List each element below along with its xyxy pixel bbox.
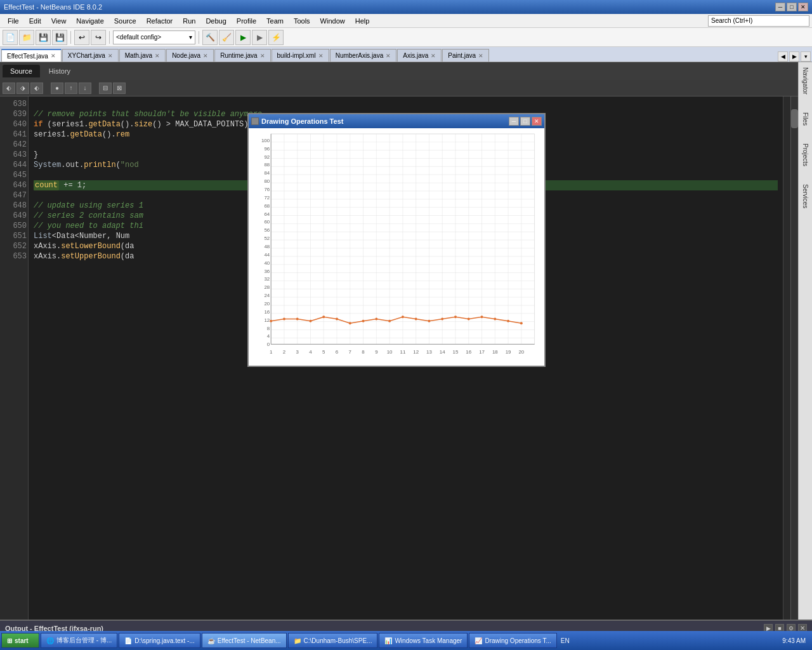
- new-project-button[interactable]: 📄: [3, 30, 18, 45]
- svg-text:16: 16: [264, 309, 270, 315]
- drawing-window-controls: ─ □ ✕: [509, 117, 542, 126]
- tab-close-icon[interactable]: ✕: [386, 53, 391, 59]
- sidebar-services[interactable]: Services: [801, 182, 810, 211]
- svg-text:17: 17: [479, 349, 485, 355]
- tab-buildimpl[interactable]: build-impl.xml ✕: [272, 49, 329, 62]
- sidebar-files[interactable]: Files: [801, 110, 810, 128]
- open-project-button[interactable]: 📁: [19, 30, 34, 45]
- sidebar-navigator[interactable]: Navigator: [801, 65, 810, 97]
- menu-navigate[interactable]: Navigate: [71, 16, 108, 26]
- tab-effecttest[interactable]: EffectTest.java ✕: [1, 49, 62, 62]
- taskbar-item-icon: 📄: [124, 637, 132, 644]
- tab-runtime[interactable]: Runtime.java ✕: [214, 49, 270, 62]
- taskbar-item-blog[interactable]: 🌐 博客后台管理 - 博...: [41, 633, 117, 648]
- taskbar-item-dunham[interactable]: 📁 C:\Dunham-Bush\SPE...: [288, 633, 378, 648]
- undo-button[interactable]: ↩: [74, 30, 89, 45]
- svg-text:8: 8: [362, 349, 365, 355]
- menu-edit[interactable]: Edit: [24, 16, 46, 26]
- tab-axis[interactable]: Axis.java ✕: [397, 49, 442, 62]
- menu-run[interactable]: Run: [178, 16, 200, 26]
- history-tab[interactable]: History: [41, 65, 78, 77]
- redo-button[interactable]: ↪: [91, 30, 106, 45]
- config-value: <default config>: [116, 34, 161, 41]
- taskbar-item-icon: 📊: [384, 637, 392, 644]
- menu-profile[interactable]: Profile: [232, 16, 261, 26]
- editor-scrollbar[interactable]: [790, 96, 798, 620]
- tab-close-icon[interactable]: ✕: [260, 53, 265, 59]
- editor-panel: Source History ⬖ ⬗ ⬖ ● ↑ ↓ ⊟ ⊠ 638 639 6…: [0, 62, 798, 620]
- close-button[interactable]: ✕: [798, 3, 808, 11]
- toggle-breakpoint[interactable]: ●: [51, 83, 63, 94]
- source-tab[interactable]: Source: [3, 65, 40, 77]
- menu-debug[interactable]: Debug: [200, 16, 231, 26]
- next-bookmark[interactable]: ⬖: [30, 83, 43, 94]
- profile-button[interactable]: ⚡: [268, 30, 284, 45]
- tab-close-icon[interactable]: ✕: [51, 53, 56, 59]
- menu-team[interactable]: Team: [261, 16, 289, 26]
- tab-label: Node.java: [172, 52, 200, 59]
- menu-view[interactable]: View: [46, 16, 72, 26]
- menu-tools[interactable]: Tools: [289, 16, 315, 26]
- tab-numberaxis[interactable]: NumberAxis.java ✕: [330, 49, 397, 62]
- svg-point-112: [468, 318, 470, 321]
- tab-close-icon[interactable]: ✕: [318, 53, 324, 59]
- config-dropdown[interactable]: <default config> ▾: [113, 30, 195, 44]
- tab-scroll-left[interactable]: ◀: [778, 51, 788, 62]
- debug-button[interactable]: ▶: [252, 30, 267, 45]
- svg-text:56: 56: [264, 227, 270, 233]
- taskbar-item-drawing[interactable]: 📈 Drawing Operations T...: [469, 633, 556, 648]
- drawing-restore-button[interactable]: □: [520, 117, 530, 126]
- fold-all[interactable]: ⊠: [113, 83, 126, 94]
- tab-close-icon[interactable]: ✕: [155, 53, 160, 59]
- menu-source[interactable]: Source: [109, 16, 141, 26]
- line-numbers: 638 639 640 641 642 643 644 645 646 647 …: [0, 96, 29, 620]
- tab-scroll-right[interactable]: ▶: [789, 51, 799, 62]
- run-button[interactable]: ▶: [235, 30, 251, 45]
- search-input[interactable]: [708, 15, 809, 27]
- prev-breakpoint[interactable]: ↑: [65, 83, 77, 94]
- tab-close-icon[interactable]: ✕: [203, 53, 208, 59]
- menu-help[interactable]: Help: [350, 16, 375, 26]
- tab-paint[interactable]: Paint.java ✕: [442, 49, 489, 62]
- separator2: [109, 31, 110, 44]
- taskbar-time: 9:43 AM: [777, 637, 811, 644]
- menu-refactor[interactable]: Refactor: [141, 16, 178, 26]
- tab-label: NumberAxis.java: [336, 52, 384, 59]
- tab-list[interactable]: ▾: [801, 51, 811, 62]
- drawing-titlebar: Drawing Operations Test ─ □ ✕: [249, 114, 544, 128]
- minimize-button[interactable]: ─: [775, 3, 785, 11]
- svg-text:7: 7: [349, 349, 351, 355]
- taskbar-item-label: C:\Dunham-Bush\SPE...: [304, 637, 372, 644]
- tab-close-icon[interactable]: ✕: [108, 53, 113, 59]
- save-button[interactable]: 💾: [36, 30, 51, 45]
- start-icon: ⊞: [7, 637, 12, 644]
- drawing-close-button[interactable]: ✕: [532, 117, 542, 126]
- tab-math[interactable]: Math.java ✕: [119, 49, 166, 62]
- maximize-button[interactable]: □: [787, 3, 797, 11]
- chart-svg: 0 4 8 12 16 20 24 28 32 36 40 44 48 52: [251, 131, 542, 363]
- prev-bookmark[interactable]: ⬗: [16, 83, 29, 94]
- tab-node[interactable]: Node.java ✕: [166, 49, 214, 62]
- svg-text:16: 16: [466, 349, 471, 355]
- clean-build-button[interactable]: 🧹: [219, 30, 234, 45]
- toggle-bookmark[interactable]: ⬖: [3, 83, 15, 94]
- save-all-button[interactable]: 💾: [52, 30, 67, 45]
- svg-text:18: 18: [492, 349, 498, 355]
- tab-close-icon[interactable]: ✕: [431, 53, 436, 59]
- build-button[interactable]: 🔨: [202, 30, 218, 45]
- svg-point-106: [388, 320, 391, 322]
- svg-text:3: 3: [296, 349, 299, 355]
- sidebar-projects[interactable]: Projects: [801, 141, 810, 169]
- tab-close-icon[interactable]: ✕: [478, 53, 483, 59]
- next-breakpoint[interactable]: ↓: [79, 83, 91, 94]
- menu-window[interactable]: Window: [315, 16, 350, 26]
- taskbar-item-taskmanager[interactable]: 📊 Windows Task Manager: [379, 633, 468, 648]
- taskbar-item-spring[interactable]: 📄 D:\spring.java.text -...: [119, 633, 200, 648]
- tab-xychart[interactable]: XYChart.java ✕: [62, 49, 119, 62]
- drawing-minimize-button[interactable]: ─: [509, 117, 519, 126]
- menu-file[interactable]: File: [3, 16, 24, 26]
- fold-toggle[interactable]: ⊟: [99, 83, 112, 94]
- svg-point-105: [375, 318, 377, 321]
- taskbar-item-netbeans[interactable]: ☕ EffectTest - NetBean...: [202, 633, 287, 648]
- start-button[interactable]: ⊞ start: [1, 633, 39, 648]
